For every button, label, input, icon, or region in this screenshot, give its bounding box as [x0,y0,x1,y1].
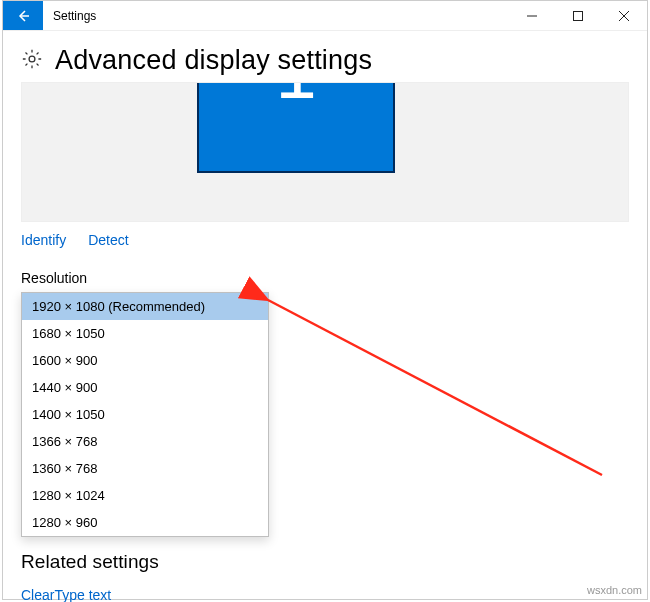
detect-link[interactable]: Detect [88,232,128,248]
resolution-option[interactable]: 1280 × 960 [22,509,268,536]
monitor-tile[interactable]: 1 [197,82,395,173]
maximize-icon [573,11,583,21]
maximize-button[interactable] [555,1,601,30]
minimize-button[interactable] [509,1,555,30]
resolution-option[interactable]: 1366 × 768 [22,428,268,455]
svg-rect-0 [574,11,583,20]
resolution-option[interactable]: 1920 × 1080 (Recommended) [22,293,268,320]
identify-link[interactable]: Identify [21,232,66,248]
monitor-number: 1 [275,82,316,102]
resolution-label: Resolution [21,270,629,286]
svg-point-1 [29,56,35,62]
minimize-icon [527,11,537,21]
page-title: Advanced display settings [55,45,372,76]
resolution-option[interactable]: 1280 × 1024 [22,482,268,509]
title-bar: Settings [3,1,647,31]
window-frame: Settings Advanced display settings [2,0,648,600]
related-settings-heading: Related settings [21,551,629,573]
close-button[interactable] [601,1,647,30]
resolution-option[interactable]: 1360 × 768 [22,455,268,482]
resolution-option[interactable]: 1400 × 1050 [22,401,268,428]
resolution-dropdown[interactable]: 1920 × 1080 (Recommended) 1680 × 1050 16… [21,292,269,537]
watermark: wsxdn.com [587,584,642,596]
window-controls [509,1,647,30]
back-button[interactable] [3,1,43,30]
display-action-links: Identify Detect [21,232,629,248]
cleartype-link[interactable]: ClearType text [21,587,629,602]
content-area: Advanced display settings 1 Identify Det… [3,31,647,602]
close-icon [619,11,629,21]
gear-icon [21,48,43,74]
resolution-option[interactable]: 1680 × 1050 [22,320,268,347]
page-header: Advanced display settings [21,45,629,76]
resolution-option[interactable]: 1440 × 900 [22,374,268,401]
display-preview-area: 1 [21,82,629,222]
back-arrow-icon [15,8,31,24]
resolution-option[interactable]: 1600 × 900 [22,347,268,374]
window-title: Settings [43,1,96,30]
